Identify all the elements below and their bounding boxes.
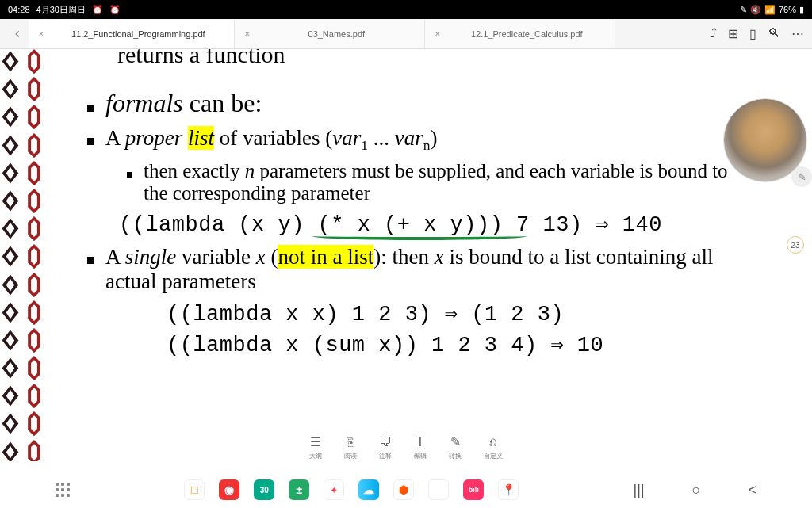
convert-icon: ✎ [450,434,461,449]
dock-app-1[interactable]: □ [184,479,205,500]
convert-tool[interactable]: ✎转换 [449,434,462,460]
bullet-icon [87,257,94,264]
annotate-icon: 🗨 [379,435,392,449]
recents-button[interactable]: ||| [634,482,645,498]
tab-label: 03_Names.pdf [259,29,415,39]
app-dock: □ ◉ 30 ± ✦ ☁ ⬢ bili 📍 [184,479,519,500]
edit-tool[interactable]: T̲编辑 [414,434,427,460]
alarm-icon: ⏰ [92,5,103,15]
pdf-toolbar: ☰大纲 ⎘阅读 🗨注释 T̲编辑 ✎转换 ⎌自定义 [309,434,503,460]
grid-icon[interactable]: ⊞ [728,26,738,41]
tab-functional-programming[interactable]: × 11.2_Functional_Programming.pdf [29,20,235,48]
dock-app-2[interactable]: ◉ [219,479,239,500]
code-example-3: ((lambda x (sum x)) 1 2 3 4) ⇒ 10 [167,331,749,357]
bullet-proper-list: A proper list of variables (var1 ... var… [105,126,438,154]
home-button[interactable]: ○ [692,482,701,498]
read-icon: ⎘ [347,435,354,449]
mute-icon: 🔇 [750,5,761,15]
dock-app-maps[interactable]: 📍 [498,479,519,500]
partial-prev-line: returns a function [117,49,749,68]
decorative-pattern [0,49,63,461]
back-button[interactable] [6,29,29,40]
annotate-tool[interactable]: 🗨注释 [379,435,392,460]
status-bar: 04:28 4月30日周日 ⏰ ⏰ ✎ 🔇 📶 76% ▮ [0,0,812,19]
status-date: 4月30日周日 [36,4,86,16]
battery-level: 76% [779,5,796,14]
system-nav-bar: □ ◉ 30 ± ✦ ☁ ⬢ bili 📍 ||| ○ < [0,472,812,508]
sub-bullet-n-params: then exactly n parameters must be suppli… [144,160,749,204]
more-icon[interactable]: ⋯ [791,26,804,41]
dock-app-6[interactable]: ☁ [358,479,379,500]
dock-app-8[interactable] [428,479,449,500]
tab-names[interactable]: × 03_Names.pdf [235,20,425,48]
close-icon[interactable]: × [435,28,441,40]
code-example-1: ((lambda (x y) (* x (+ x y))) 7 13) ⇒ 14… [119,211,749,237]
annotate-button[interactable]: ✎ [791,166,812,187]
pen-icon: ✎ [740,5,747,15]
wifi-icon: 📶 [764,5,776,15]
read-tool[interactable]: ⎘阅读 [344,435,357,460]
tab-label: 11.2_Functional_Programming.pdf [52,29,224,39]
app-drawer-icon[interactable] [56,483,70,497]
dock-app-calendar[interactable]: 30 [254,479,274,500]
bookmark-icon[interactable]: ▯ [749,26,756,41]
tab-label: 12.1_Predicate_Calculus.pdf [449,29,605,39]
status-time: 04:28 [8,5,30,14]
dock-app-5[interactable]: ✦ [324,479,344,500]
outline-tool[interactable]: ☰大纲 [309,434,322,460]
bullet-single-var: A single variable x (not in a list): the… [105,245,749,294]
close-icon[interactable]: × [244,28,251,40]
custom-icon: ⎌ [489,435,497,449]
search-icon[interactable]: 🔍︎ [768,26,780,41]
alarm-icon-2: ⏰ [109,5,121,15]
dock-app-9[interactable]: bili [463,479,484,500]
dock-app-7[interactable]: ⬢ [393,479,414,500]
code-example-2: ((lambda x x) 1 2 3) ⇒ (1 2 3) [167,300,749,327]
share-icon[interactable]: ⤴ [710,26,717,41]
tab-bar: × 11.2_Functional_Programming.pdf × 03_N… [0,19,812,49]
heading-formals: formals can be: [105,89,262,118]
document-content: returns a function formals can be: A pro… [0,49,812,461]
bullet-icon [87,138,94,145]
bullet-icon [87,105,94,112]
slide-number-badge: 23 [787,236,804,254]
custom-tool[interactable]: ⎌自定义 [484,435,503,460]
bullet-icon [127,172,132,178]
edit-icon: T̲ [416,434,424,449]
dock-app-4[interactable]: ± [289,479,309,500]
battery-icon: ▮ [799,5,804,15]
back-button[interactable]: < [748,482,756,498]
outline-icon: ☰ [310,434,321,449]
tab-predicate-calculus[interactable]: × 12.1_Predicate_Calculus.pdf [425,20,615,48]
close-icon[interactable]: × [38,28,44,40]
